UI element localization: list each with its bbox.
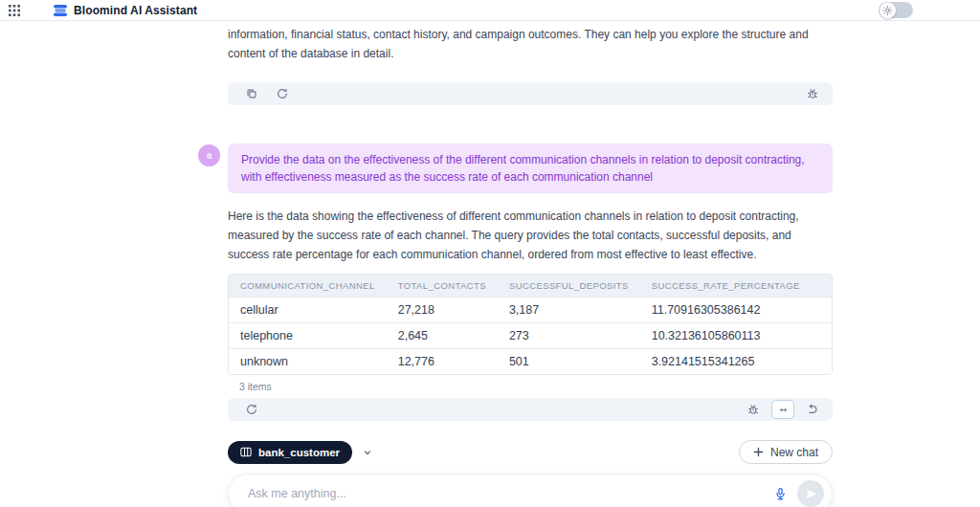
answer-toolbar <box>228 398 833 421</box>
table-row[interactable]: cellular 27,218 3,187 11.70916305386142 <box>229 297 832 322</box>
user-message: a Provide the data on the effectiveness … <box>228 143 833 193</box>
refresh-button[interactable] <box>276 87 289 100</box>
assistant-answer-text: Here is the data showing the effectivene… <box>228 207 833 264</box>
prompt-bar <box>228 474 833 507</box>
cell-success-rate: 3.92141515341265 <box>640 348 832 374</box>
user-avatar: a <box>198 144 220 166</box>
session-controls: bank_customer New chat <box>228 440 833 464</box>
expand-width-button[interactable] <box>771 400 794 419</box>
dataset-selector[interactable]: bank_customer <box>228 441 352 464</box>
new-chat-button[interactable]: New chat <box>739 440 833 464</box>
column-header: COMMUNICATION_CHANNEL <box>229 275 387 297</box>
cell-channel: telephone <box>229 322 387 348</box>
theme-toggle[interactable] <box>879 2 913 18</box>
column-header: SUCCESSFUL_DEPOSITS <box>498 275 640 297</box>
table-icon <box>240 447 252 457</box>
top-bar: Bloomind AI Assistant <box>0 0 980 21</box>
message-toolbar <box>228 82 833 105</box>
new-chat-label: New chat <box>770 446 818 459</box>
bug-report-button[interactable] <box>806 87 819 100</box>
cell-successful-deposits: 3,187 <box>498 297 640 322</box>
app-grid-icon[interactable] <box>8 4 21 17</box>
cell-total-contacts: 2,645 <box>387 322 498 348</box>
mic-button[interactable] <box>764 487 797 501</box>
table-row[interactable]: telephone 2,645 273 10.32136105860113 <box>229 322 832 348</box>
send-button[interactable] <box>797 480 824 507</box>
results-table: COMMUNICATION_CHANNEL TOTAL_CONTACTS SUC… <box>228 274 833 375</box>
chat-thread: information, financial status, contact h… <box>228 21 833 507</box>
dataset-dropdown-chevron[interactable] <box>362 447 373 458</box>
resize-icon <box>777 404 790 416</box>
copy-button[interactable] <box>245 87 258 100</box>
dataset-name: bank_customer <box>258 447 340 458</box>
user-message-bubble: Provide the data on the effectiveness of… <box>228 143 833 193</box>
sun-icon <box>880 2 896 18</box>
app-title: Bloomind AI Assistant <box>74 4 197 17</box>
bloomind-logo <box>54 4 67 17</box>
items-count: 3 items <box>228 381 833 392</box>
cell-successful-deposits: 501 <box>498 348 640 374</box>
prompt-input[interactable] <box>248 487 764 500</box>
column-header: SUCCESS_RATE_PERCENTAGE <box>640 275 832 297</box>
cell-success-rate: 11.70916305386142 <box>640 297 832 322</box>
cell-channel: cellular <box>229 297 387 322</box>
table-row[interactable]: unknown 12,776 501 3.92141515341265 <box>229 348 832 374</box>
cell-success-rate: 10.32136105860113 <box>640 322 832 348</box>
cell-successful-deposits: 273 <box>498 322 640 348</box>
bug-report-button[interactable] <box>746 403 760 416</box>
cell-channel: unknown <box>229 348 387 374</box>
cell-total-contacts: 27,218 <box>387 297 498 322</box>
undo-button[interactable] <box>806 403 819 416</box>
cell-total-contacts: 12,776 <box>387 348 498 374</box>
brand: Bloomind AI Assistant <box>54 4 197 17</box>
refresh-button[interactable] <box>245 403 258 416</box>
column-header: TOTAL_CONTACTS <box>387 275 498 297</box>
table-header-row: COMMUNICATION_CHANNEL TOTAL_CONTACTS SUC… <box>229 275 832 297</box>
plus-icon <box>753 447 764 457</box>
assistant-message-tail: information, financial status, contact h… <box>228 25 833 63</box>
